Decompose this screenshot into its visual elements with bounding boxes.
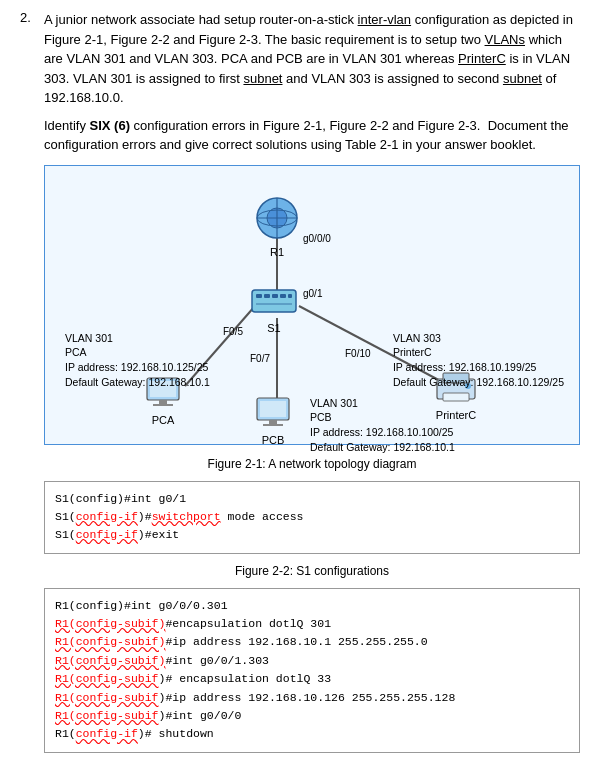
fig21-caption: Figure 2-1: A network topology diagram (44, 455, 580, 473)
router-r1: R1 (255, 196, 299, 261)
question-text: A junior network associate had setup rou… (44, 10, 580, 765)
vlan301-left-ip: IP address: 192.168.10.125/25 (65, 360, 210, 375)
svg-rect-10 (256, 294, 262, 298)
interface-g01-label: g0/1 (303, 286, 322, 301)
vlan301-left-title: VLAN 301 (65, 331, 210, 346)
interface-g00-label: g0/0/0 (303, 231, 331, 246)
pc-b-icon (255, 396, 291, 428)
vlan303-right-ip: IP address: 192.168.10.199/25 (393, 360, 564, 375)
router-icon (255, 196, 299, 240)
fig23-config-box: R1(config)#int g0/0/0.301 R1(config-subi… (44, 588, 580, 753)
vlan301-bottom-label: VLAN 301 PCB IP address: 192.168.10.100/… (310, 396, 455, 455)
question-number: 2. (20, 10, 36, 765)
svg-rect-17 (159, 400, 167, 404)
fig23-line6: R1(config-subif)#ip address 192.168.10.1… (55, 689, 569, 707)
switch-icon (250, 286, 298, 316)
svg-rect-21 (269, 420, 277, 424)
router-label: R1 (255, 244, 299, 261)
fig23-line8: R1(config-if)# shutdown (55, 725, 569, 743)
vlan301-bottom-ip: IP address: 192.168.10.100/25 (310, 425, 455, 440)
fig23-line7: R1(config-subif)#int g0/0/0 (55, 707, 569, 725)
fig23-caption: Figure 2-3: R1 configurations (44, 761, 580, 765)
fig23-line5: R1(config-subif)# encapsulation dotlQ 33 (55, 670, 569, 688)
svg-rect-9 (252, 290, 296, 312)
pcb-device: PCB (255, 396, 291, 449)
fig22-line3: S1(config-if)#exit (55, 526, 569, 544)
svg-rect-22 (263, 424, 283, 426)
vlan303-right-title: VLAN 303 (393, 331, 564, 346)
vlan301-bottom-gw: Default Gateway: 192.168.10.1 (310, 440, 455, 455)
switch-label: S1 (250, 320, 298, 337)
fig23-line4: R1(config-subif)#int g0/0/1.303 (55, 652, 569, 670)
vlan303-right-label: VLAN 303 PrinterC IP address: 192.168.10… (393, 331, 564, 390)
vlan301-left-device: PCA (65, 345, 210, 360)
pca-label: PCA (145, 412, 181, 429)
svg-rect-12 (272, 294, 278, 298)
topology-diagram: R1 g0/0/0 S (44, 165, 580, 445)
switch-s1: S1 (250, 286, 298, 337)
svg-rect-13 (280, 294, 286, 298)
fig22-config-box: S1(config)#int g0/1 S1(config-if)#switch… (44, 481, 580, 554)
pcb-label: PCB (255, 432, 291, 449)
svg-rect-18 (153, 404, 173, 406)
vlan303-right-gw: Default Gateway: 192.168.10.129/25 (393, 375, 564, 390)
question-block: 2. A junior network associate had setup … (20, 10, 580, 765)
vlan301-bottom-title: VLAN 301 (310, 396, 455, 411)
vlan301-bottom-device: PCB (310, 410, 455, 425)
interface-f010-label: F0/10 (345, 346, 371, 361)
vlan301-left-label: VLAN 301 PCA IP address: 192.168.10.125/… (65, 331, 210, 390)
fig22-caption: Figure 2-2: S1 configurations (44, 562, 580, 580)
paragraph2: Identify SIX (6) configuration errors in… (44, 116, 580, 155)
fig23-line2: R1(config-subif)#encapsulation dotlQ 301 (55, 615, 569, 633)
interface-f07-label: F0/7 (250, 351, 270, 366)
fig23-line3: R1(config-subif)#ip address 192.168.10.1… (55, 633, 569, 651)
svg-rect-23 (260, 401, 286, 417)
interface-f05-label: F0/5 (223, 324, 243, 339)
svg-rect-14 (288, 294, 292, 298)
paragraph1: A junior network associate had setup rou… (44, 10, 580, 108)
vlan303-right-device: PrinterC (393, 345, 564, 360)
vlan301-left-gw: Default Gateway: 192.168.10.1 (65, 375, 210, 390)
fig23-line1: R1(config)#int g0/0/0.301 (55, 597, 569, 615)
fig22-line2: S1(config-if)#switchport mode access (55, 508, 569, 526)
svg-rect-11 (264, 294, 270, 298)
topology-inner: R1 g0/0/0 S (55, 176, 569, 434)
fig22-line1: S1(config)#int g0/1 (55, 490, 569, 508)
